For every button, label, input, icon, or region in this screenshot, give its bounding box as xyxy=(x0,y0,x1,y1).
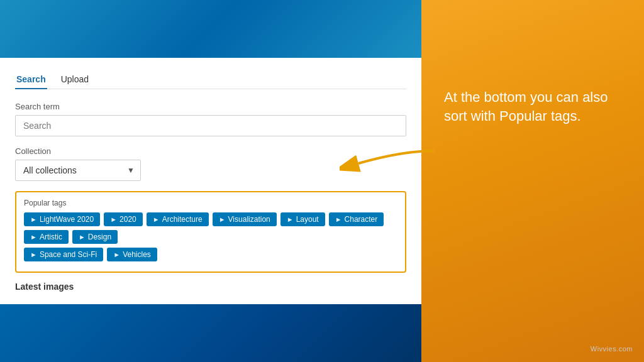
tag-character[interactable]: ► Character xyxy=(329,212,384,226)
tag-icon: ► xyxy=(219,216,226,223)
tags-row-2: ► Space and Sci-Fi ► Vehicles xyxy=(24,248,397,261)
tag-icon: ► xyxy=(153,216,160,223)
search-field-label: Search term xyxy=(15,102,406,111)
tag-lightwave2020[interactable]: ► LightWave 2020 xyxy=(24,212,100,226)
top-banner xyxy=(0,0,421,58)
tag-design[interactable]: ► Design xyxy=(72,230,118,244)
tabs-bar: Search Upload xyxy=(15,70,406,89)
tag-architecture[interactable]: ► Architecture xyxy=(147,212,209,226)
annotation-text: At the bottom you can also sort with Pop… xyxy=(444,88,614,125)
popular-tags-label: Popular tags xyxy=(24,199,397,207)
watermark: Wivvies.com xyxy=(591,344,633,353)
tag-artistic[interactable]: ► Artistic xyxy=(24,230,69,244)
tag-2020[interactable]: ► 2020 xyxy=(104,212,143,226)
tag-icon: ► xyxy=(30,251,37,258)
collection-select-wrapper: All collections Featured My uploads ▼ xyxy=(15,160,141,181)
tag-space-sci-fi[interactable]: ► Space and Sci-Fi xyxy=(24,248,103,261)
tab-upload[interactable]: Upload xyxy=(60,70,90,89)
tag-visualization[interactable]: ► Visualization xyxy=(213,212,277,226)
tag-icon: ► xyxy=(30,216,37,223)
tag-vehicles[interactable]: ► Vehicles xyxy=(107,248,157,261)
right-panel: At the bottom you can also sort with Pop… xyxy=(421,0,644,362)
collection-select[interactable]: All collections Featured My uploads xyxy=(15,160,141,181)
tag-layout[interactable]: ► Layout xyxy=(280,212,325,226)
tag-icon: ► xyxy=(113,251,120,258)
tag-icon: ► xyxy=(287,216,294,223)
search-input[interactable] xyxy=(15,115,406,136)
bottom-banner xyxy=(0,304,421,362)
latest-images-label: Latest images xyxy=(15,282,406,292)
tag-icon: ► xyxy=(110,216,117,223)
tag-icon: ► xyxy=(79,233,86,241)
tags-row-1: ► LightWave 2020 ► 2020 ► Architecture ►… xyxy=(24,212,397,244)
tag-icon: ► xyxy=(30,233,37,241)
watermark-domain: .com xyxy=(616,345,633,353)
popular-tags-section: Popular tags ► LightWave 2020 ► 2020 ► A… xyxy=(15,191,406,273)
tag-icon: ► xyxy=(335,216,342,223)
tab-search[interactable]: Search xyxy=(15,70,47,89)
arrow-annotation xyxy=(340,145,440,182)
